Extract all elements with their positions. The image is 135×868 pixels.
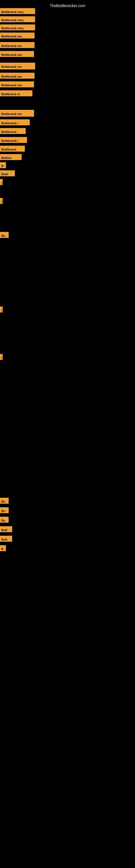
bottleneck-item: | xyxy=(0,307,3,312)
bottleneck-item: Bott xyxy=(0,536,12,542)
bottleneck-item: | xyxy=(0,198,3,204)
bottleneck-item: Bottleneck res xyxy=(0,33,35,38)
bottleneck-item: B xyxy=(0,162,6,168)
bottleneck-item: Bottleneck xyxy=(0,128,26,134)
bottleneck-item: | xyxy=(0,354,3,360)
bottleneck-item: Bottl xyxy=(0,170,15,176)
bottleneck-item: Bottleneck re xyxy=(0,90,32,96)
bottleneck-item: Bo xyxy=(0,498,9,504)
bottleneck-item: Bottleneck res xyxy=(0,42,35,48)
bottleneck-item: Bottleneck r xyxy=(0,137,27,143)
bottleneck-item: Bottleneck resu xyxy=(0,16,35,22)
bottleneck-item: Bo xyxy=(0,232,9,238)
bottleneck-item: Bottleneck xyxy=(0,146,25,152)
bottleneck-item: Bottlen xyxy=(0,154,21,160)
bottleneck-item: Bottleneck res xyxy=(0,73,35,79)
bottleneck-item: Bo xyxy=(0,517,9,523)
bottleneck-item: Bottleneck res xyxy=(0,82,34,87)
bottleneck-item: Bottleneck r xyxy=(0,119,30,125)
bottleneck-item: Bottleneck resu xyxy=(0,24,35,30)
bottleneck-item: Bott xyxy=(0,526,12,532)
bottleneck-item: Bottleneck res xyxy=(0,110,34,117)
bottleneck-item: Bottleneck res xyxy=(0,51,34,57)
bottleneck-item: | xyxy=(0,179,3,185)
bottleneck-item: B xyxy=(0,545,6,551)
bottleneck-item: Bo xyxy=(0,507,9,513)
bottleneck-item: Bottleneck res xyxy=(0,63,35,69)
bottleneck-item: Bottleneck resu xyxy=(0,8,35,14)
